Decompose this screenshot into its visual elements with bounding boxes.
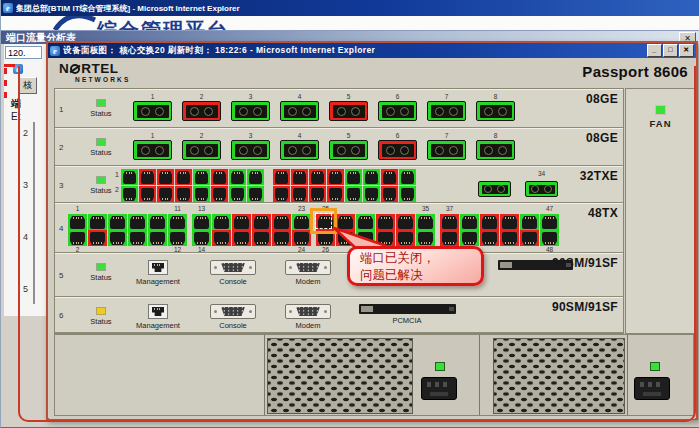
rj45-port[interactable]: [157, 169, 174, 185]
rj45-port[interactable]: [273, 186, 290, 202]
rj45-port[interactable]: [336, 214, 355, 230]
fiber-port[interactable]: [476, 140, 515, 160]
rj45-port[interactable]: [232, 214, 251, 230]
fiber-port[interactable]: [476, 101, 515, 121]
fiber-port[interactable]: [280, 101, 319, 121]
rj45-port[interactable]: [247, 186, 264, 202]
rj45-port[interactable]: [376, 230, 395, 246]
fiber-port[interactable]: [329, 140, 368, 160]
rj45-port[interactable]: [381, 169, 398, 185]
serial-port-icon[interactable]: [285, 260, 331, 275]
fiber-port[interactable]: [182, 140, 221, 160]
serial-port-icon[interactable]: [210, 260, 256, 275]
outer-window-titlebar[interactable]: e 集团总部[BTIM IT综合管理系统] - Microsoft Intern…: [1, 0, 699, 16]
rj45-port[interactable]: [272, 230, 291, 246]
rj45-port[interactable]: [193, 169, 210, 185]
rj45-port[interactable]: [212, 214, 231, 230]
fiber-port[interactable]: [280, 140, 319, 160]
serial-port-icon[interactable]: [210, 304, 256, 319]
rj45-port[interactable]: [327, 186, 344, 202]
serial-port-icon[interactable]: [285, 304, 331, 319]
rj45-port[interactable]: [520, 230, 539, 246]
rj45-port[interactable]: [252, 214, 271, 230]
rj45-port[interactable]: [460, 214, 479, 230]
rj45-port[interactable]: [327, 169, 344, 185]
fiber-port[interactable]: [378, 140, 417, 160]
rj45-port[interactable]: [363, 186, 380, 202]
fiber-port[interactable]: [231, 101, 270, 121]
fiber-port[interactable]: [133, 101, 172, 121]
rj45-port[interactable]: [376, 214, 395, 230]
rj45-port[interactable]: [211, 186, 228, 202]
rj45-port[interactable]: [480, 230, 499, 246]
rj45-port[interactable]: [168, 230, 187, 246]
rj45-port[interactable]: [128, 214, 147, 230]
rj45-port[interactable]: [139, 169, 156, 185]
fiber-port[interactable]: [427, 101, 466, 121]
rj45-port[interactable]: [291, 169, 308, 185]
rj45-port[interactable]: [440, 214, 459, 230]
rj45-port[interactable]: [363, 169, 380, 185]
rj45-port[interactable]: [229, 169, 246, 185]
fiber-port[interactable]: [231, 140, 270, 160]
rj45-port[interactable]: [381, 186, 398, 202]
pcmcia-slot-icon[interactable]: [359, 304, 456, 314]
rj45-port[interactable]: [500, 230, 519, 246]
management-port-icon[interactable]: [148, 260, 168, 275]
maximize-button[interactable]: □: [663, 44, 678, 57]
rj45-port[interactable]: [273, 169, 290, 185]
rj45-port[interactable]: [168, 214, 187, 230]
rj45-port[interactable]: [128, 230, 147, 246]
sidebar-tab-duan[interactable]: 端: [11, 97, 21, 111]
fiber-port[interactable]: [478, 181, 511, 197]
rj45-port[interactable]: [540, 230, 559, 246]
rj45-port[interactable]: [193, 186, 210, 202]
rj45-port[interactable]: [345, 169, 362, 185]
pcmcia-slot-icon[interactable]: [498, 260, 573, 270]
rj45-port[interactable]: [345, 186, 362, 202]
rj45-port[interactable]: [309, 169, 326, 185]
rj45-port[interactable]: [272, 214, 291, 230]
rj45-port[interactable]: [192, 214, 211, 230]
rj45-port[interactable]: [356, 214, 375, 230]
rj45-port[interactable]: [88, 214, 107, 230]
rj45-port[interactable]: [416, 214, 435, 230]
rj45-port[interactable]: [480, 214, 499, 230]
rj45-port[interactable]: [336, 230, 355, 246]
rj45-port[interactable]: [292, 214, 311, 230]
rj45-port[interactable]: [192, 230, 211, 246]
rj45-port[interactable]: [88, 230, 107, 246]
rj45-port[interactable]: [356, 230, 375, 246]
rj45-port[interactable]: [460, 230, 479, 246]
rj45-port[interactable]: [212, 230, 231, 246]
rj45-port[interactable]: [440, 230, 459, 246]
rj45-port[interactable]: [292, 230, 311, 246]
rj45-port[interactable]: [229, 186, 246, 202]
fiber-port[interactable]: [133, 140, 172, 160]
sidebar-field[interactable]: 120.: [5, 46, 42, 59]
popup-titlebar[interactable]: e 设备面板图： 核心交换20 刷新时刻： 18:22:6 - Microsof…: [48, 43, 696, 58]
rj45-port[interactable]: [148, 230, 167, 246]
fiber-port[interactable]: [427, 140, 466, 160]
sidebar-tab-et[interactable]: Et: [11, 111, 20, 122]
rj45-port[interactable]: [396, 214, 415, 230]
rj45-port[interactable]: [108, 230, 127, 246]
fiber-port[interactable]: [182, 101, 221, 121]
minimize-button[interactable]: _: [647, 44, 662, 57]
fiber-port[interactable]: [329, 101, 368, 121]
highlighted-port-box[interactable]: [310, 208, 337, 234]
rj45-port[interactable]: [211, 169, 228, 185]
fiber-port[interactable]: [525, 181, 558, 197]
rj45-port[interactable]: [247, 169, 264, 185]
rj45-port[interactable]: [68, 214, 87, 230]
rj45-port[interactable]: [252, 230, 271, 246]
rj45-port[interactable]: [309, 186, 326, 202]
rj45-port[interactable]: [139, 186, 156, 202]
rj45-port[interactable]: [157, 186, 174, 202]
close-button[interactable]: ✕: [679, 44, 694, 57]
rj45-port[interactable]: [175, 169, 192, 185]
rj45-port[interactable]: [416, 230, 435, 246]
rj45-port[interactable]: [520, 214, 539, 230]
rj45-port[interactable]: [291, 186, 308, 202]
fiber-port[interactable]: [378, 101, 417, 121]
